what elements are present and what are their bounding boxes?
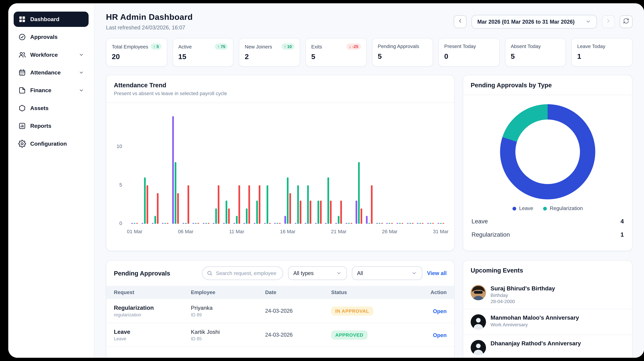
bar-absent xyxy=(238,185,240,224)
prev-period-button[interactable] xyxy=(454,15,466,28)
table-row: RegularizationregularizationPriyankaID 8… xyxy=(106,299,454,323)
approvals-by-type-header: Pending Approvals by Type xyxy=(463,75,632,95)
page-title: HR Admin Dashboard xyxy=(106,12,193,22)
stat-card-top: Absent Today xyxy=(511,43,560,49)
bar-absent xyxy=(300,201,301,224)
approval-type-row-regularization: Regularization1 xyxy=(472,228,624,241)
stat-trend-badge: ↓ -25 xyxy=(346,43,361,50)
bar-absent xyxy=(340,201,342,224)
avatar-user-icon xyxy=(471,314,486,330)
sidebar-item-label: Dashboard xyxy=(30,16,59,22)
sidebar-item-approvals[interactable]: Approvals xyxy=(14,29,88,45)
type-filter-select[interactable]: All types xyxy=(288,266,347,280)
approval-type-value: 4 xyxy=(620,218,624,225)
header-titles: HR Admin Dashboard Last refreshed 24/03/… xyxy=(106,12,193,30)
sidebar-item-label: Assets xyxy=(30,105,48,111)
bar-absent xyxy=(177,193,179,224)
stat-card-absent-today: Absent Today5 xyxy=(505,38,566,67)
stat-card-present-today: Present Today0 xyxy=(438,38,500,67)
y-axis-label: 5 xyxy=(119,182,122,188)
bar-group-16-mar xyxy=(282,178,293,224)
stat-label: New Joiners xyxy=(245,43,272,49)
refresh-button[interactable] xyxy=(620,15,632,28)
bar-group-24-mar xyxy=(364,185,374,224)
upcoming-events-header: Upcoming Events xyxy=(463,261,632,280)
table-body: RegularizationregularizationPriyankaID 8… xyxy=(106,299,454,347)
bar-absent xyxy=(157,193,158,224)
sidebar-item-label: Approvals xyxy=(30,34,58,40)
bar-absent xyxy=(320,201,322,224)
stat-label: Leave Today xyxy=(577,43,605,49)
sidebar-item-configuration[interactable]: Configuration xyxy=(14,136,88,151)
request-type: Regularization xyxy=(114,305,191,311)
bar-absent xyxy=(259,185,260,224)
status-cell: APPROVED xyxy=(331,330,419,340)
next-period-button[interactable] xyxy=(602,15,615,28)
stat-card-new-joiners: New Joiners↑ 102 xyxy=(239,38,300,67)
sidebar-item-finance[interactable]: Finance xyxy=(14,83,88,98)
bar-absent xyxy=(289,193,291,224)
bar-leave xyxy=(284,216,286,224)
bar-group-06-mar xyxy=(180,185,191,224)
sidebar-item-workforce[interactable]: Workforce xyxy=(14,47,88,62)
event-type: Birthday xyxy=(490,293,555,298)
approvals-by-type-title: Pending Approvals by Type xyxy=(471,81,625,89)
event-info: Manmohan Maloo's AnniversaryWork Anniver… xyxy=(490,314,579,327)
event-info: Dhananjay Rathod's Anniversary xyxy=(490,340,581,347)
bar-present xyxy=(236,216,238,224)
x-axis-label: 01 Mar xyxy=(127,229,142,234)
sidebar-item-dashboard[interactable]: Dashboard xyxy=(14,11,88,27)
reports-icon xyxy=(18,122,26,130)
main-content: HR Admin Dashboard Last refreshed 24/03/… xyxy=(94,3,644,358)
sidebar-item-reports[interactable]: Reports xyxy=(14,118,88,134)
bar-leave xyxy=(172,116,174,224)
event-name: Dhananjay Rathod's Anniversary xyxy=(490,340,581,347)
legend-label: Regularization xyxy=(550,206,583,211)
legend-item-leave: Leave xyxy=(512,206,533,211)
chevron-left-icon xyxy=(457,18,463,25)
donut-wrap xyxy=(463,104,632,199)
donut-chart xyxy=(500,104,595,199)
legend-item-regularization: Regularization xyxy=(543,206,583,211)
table-header-row: RequestEmployeeDateStatusAction xyxy=(106,286,454,299)
bottom-row: Pending Approvals All types All xyxy=(106,260,632,358)
employee-cell: PriyankaID 89 xyxy=(191,305,265,317)
status-filter-select[interactable]: All xyxy=(352,266,422,280)
period-select[interactable]: Mar 2026 (01 Mar 2026 to 31 Mar 2026) xyxy=(472,15,597,28)
stat-card-top: Leave Today xyxy=(577,43,627,49)
event-name: Manmohan Maloo's Anniversary xyxy=(490,314,579,321)
avatar-photo xyxy=(471,285,486,300)
stat-value: 0 xyxy=(444,52,494,61)
column-header-request: Request xyxy=(114,290,191,295)
stat-trend-badge: ↑ 75 xyxy=(215,43,228,50)
attendance-trend-card: Attendance Trend Present vs absent vs le… xyxy=(106,75,454,251)
request-subtype: Leave xyxy=(114,336,191,341)
stat-label: Present Today xyxy=(444,43,476,49)
stats-row: Total Employees↑ 520Active↑ 7515New Join… xyxy=(106,38,632,67)
stat-card-top: New Joiners↑ 10 xyxy=(245,43,294,50)
open-link[interactable]: Open xyxy=(433,332,447,338)
legend-label: Leave xyxy=(519,206,533,211)
open-link[interactable]: Open xyxy=(433,308,447,314)
chevron-down-icon xyxy=(79,70,84,75)
approval-type-value: 1 xyxy=(620,231,624,238)
x-axis: 01 Mar06 Mar11 Mar16 Mar21 Mar26 Mar31 M… xyxy=(130,224,446,236)
sidebar-item-assets[interactable]: Assets xyxy=(14,100,88,116)
bar-absent xyxy=(248,185,250,224)
workforce-icon xyxy=(18,51,26,59)
column-header-action: Action xyxy=(419,290,447,295)
search-input[interactable] xyxy=(202,266,283,280)
stat-card-pending-approvals: Pending Approvals5 xyxy=(372,38,433,67)
sidebar-item-label: Attendance xyxy=(30,69,60,76)
chevron-down-icon xyxy=(79,52,84,57)
sidebar-item-attendance[interactable]: Attendance xyxy=(14,65,88,80)
bar-leave xyxy=(356,201,357,224)
attendance-trend-chart: 0510 01 Mar06 Mar11 Mar16 Mar21 Mar26 Ma… xyxy=(111,115,446,236)
bar-present xyxy=(174,162,176,224)
bar-leave xyxy=(366,216,368,224)
view-all-link[interactable]: View all xyxy=(427,270,447,276)
status-badge: APPROVED xyxy=(331,330,368,340)
search-icon xyxy=(206,270,212,276)
bar-absent xyxy=(330,201,332,224)
bar-present xyxy=(154,216,156,224)
